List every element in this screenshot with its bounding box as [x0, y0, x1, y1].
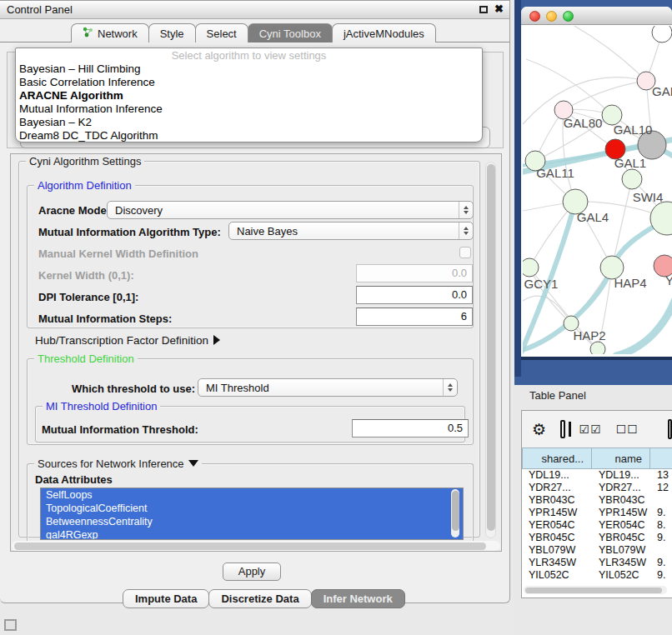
column-header-3[interactable]: A [650, 448, 672, 469]
kernel-width-field[interactable]: 0.0 [356, 264, 473, 282]
attributes-scrollbar-thumb[interactable] [452, 491, 459, 531]
table-row[interactable]: YIL052CYIL052C9. [522, 569, 672, 582]
attribute-item[interactable]: TopologicalCoefficient [41, 502, 463, 515]
aracne-mode-value: Discovery [108, 204, 459, 217]
network-icon [83, 27, 93, 40]
gear-icon[interactable]: ⚙ [532, 420, 546, 439]
bottom-tab-discretize-data[interactable]: Discretize Data [208, 589, 311, 608]
network-node-label: HAP2 [573, 328, 605, 342]
column-header-2[interactable]: name [592, 448, 650, 469]
attribute-item[interactable]: BetweennessCentrality [41, 515, 463, 528]
network-node[interactable] [652, 26, 672, 42]
sources-group-label[interactable]: Sources for Network Inference [34, 458, 202, 470]
combo-stepper-icon [443, 379, 457, 396]
kernel-width-label: Kernel Width (0,1): [38, 269, 134, 282]
network-node-label: GAL [652, 84, 672, 98]
network-node[interactable] [523, 258, 539, 277]
network-node[interactable] [622, 169, 642, 189]
table-row[interactable]: YLR345WYLR345W9. [522, 557, 672, 569]
network-node-label: GAL80 [564, 116, 603, 130]
network-node-label: GAL11 [536, 166, 574, 180]
network-node-label: Y [665, 273, 672, 288]
table-row[interactable]: YDR27...YDR27...12 [522, 482, 672, 494]
table-cell: YER054C [592, 519, 650, 532]
dpi-tolerance-field[interactable]: 0.0 [356, 286, 473, 304]
threshold-definition-label: Threshold Definition [34, 352, 138, 365]
dock-button[interactable] [4, 619, 17, 631]
mi-threshold-group-label: MI Threshold Definition [43, 400, 160, 412]
tab-cyni-toolbox[interactable]: Cyni Toolbox [248, 23, 333, 42]
window-title: Control Panel [7, 3, 73, 16]
algorithm-option[interactable]: Bayesian – K2 [16, 116, 482, 129]
table-cell: YDR27... [522, 482, 592, 494]
network-node-label: HAP4 [614, 276, 646, 290]
table-toolbar: ⚙☑☑☐☐ [522, 411, 672, 448]
network-canvas[interactable]: GALGAL80GAL10GAL1GAL11SWI4GAL4GCY1HAP4YH… [523, 26, 672, 354]
column-header-1[interactable]: shared... [522, 448, 592, 469]
checked-boxes-icon[interactable]: ☑☑ [579, 422, 602, 436]
mac-minimize-icon[interactable] [546, 11, 557, 22]
columns-icon[interactable] [560, 420, 565, 438]
table-cell: YIL052C [522, 569, 592, 582]
table-cell: YBL079W [592, 544, 650, 557]
dpi-tolerance-label: DPI Tolerance [0,1]: [38, 291, 138, 303]
algorithm-option[interactable]: Mutual Information Inference [16, 102, 482, 116]
bottom-tab-infer-network[interactable]: Infer Network [311, 589, 405, 608]
mi-threshold-field[interactable]: 0.5 [352, 419, 469, 438]
table-row[interactable]: YBR045CYBR045C9. [522, 532, 672, 544]
table-row[interactable]: YBL079WYBL079W [522, 544, 672, 557]
tab-style[interactable]: Style [148, 23, 196, 42]
table-row[interactable]: YBR043CYBR043C [522, 494, 672, 507]
manual-kernel-width-checkbox[interactable] [459, 247, 471, 258]
algorithm-list: Bayesian – Hill ClimbingBasic Correlatio… [16, 62, 482, 142]
table-cell: 13 [650, 469, 672, 482]
network-node[interactable] [650, 202, 672, 235]
network-edge-thick [616, 299, 672, 354]
mac-zoom-icon[interactable] [563, 11, 574, 22]
network-node[interactable] [590, 342, 605, 354]
attribute-item[interactable]: SelfLoops [41, 488, 463, 502]
network-edge [574, 26, 646, 81]
tab-select[interactable]: Select [195, 23, 248, 42]
close-icon[interactable]: ✖ [494, 2, 504, 15]
table-cell: YDL19... [592, 469, 650, 482]
algorithm-option[interactable]: ARACNE Algorithm [16, 89, 482, 102]
hub-definition-toggle[interactable]: Hub/Transcription Factor Definition [35, 334, 220, 347]
restore-icon[interactable] [479, 6, 488, 13]
unchecked-boxes-icon[interactable]: ☐☐ [616, 422, 639, 436]
table-horizontal-scrollbar-thumb[interactable] [525, 588, 662, 593]
hub-definition-label: Hub/Transcription Factor Definition [35, 334, 208, 347]
table-cell: 9. [650, 557, 672, 569]
algorithm-option[interactable]: Bayesian – Hill Climbing [16, 62, 482, 76]
table-panel-title: Table Panel [529, 389, 586, 402]
tab-network[interactable]: Network [71, 23, 149, 42]
bottom-tab-impute-data[interactable]: Impute Data [123, 589, 209, 608]
apply-button[interactable]: Apply [223, 562, 281, 581]
tab-label: Cyni Toolbox [259, 28, 321, 40]
mac-close-icon[interactable] [529, 11, 540, 22]
tab-jactivemnodules[interactable]: jActiveMNodules [332, 23, 436, 42]
page-icon[interactable] [668, 419, 672, 439]
mi-steps-label: Mutual Information Steps: [38, 312, 172, 325]
settings-vertical-scrollbar-thumb[interactable] [487, 164, 495, 531]
mi-algorithm-type-combo[interactable]: Naive Bayes [228, 222, 474, 240]
network-node-label: GCY1 [524, 277, 559, 291]
table-cell: 9. [650, 507, 672, 519]
data-attributes-list: SelfLoopsTopologicalCoefficientBetweenne… [40, 488, 464, 540]
table-cell: YER054C [522, 519, 592, 532]
tab-label: Style [160, 28, 184, 40]
algorithm-option[interactable]: Dream8 DC_TDC Algorithm [16, 129, 482, 142]
table-cell: YBR043C [592, 494, 650, 507]
mi-steps-field[interactable]: 6 [356, 308, 473, 326]
which-threshold-combo[interactable]: MI Threshold [198, 378, 458, 397]
attribute-item[interactable]: gal4RGexp [41, 528, 463, 540]
table-row[interactable]: YDL19...YDL19...13 [522, 469, 672, 482]
table-cell: YDR27... [592, 482, 650, 494]
settings-horizontal-scrollbar-thumb[interactable] [14, 542, 486, 550]
aracne-mode-combo[interactable]: Discovery [107, 201, 474, 219]
table-row[interactable]: YPR145WYPR145W9. [522, 507, 672, 519]
table-row[interactable]: YER054CYER054C8. [522, 519, 672, 532]
table-cell: 8. [650, 519, 672, 532]
table-cell: 12 [650, 482, 672, 494]
algorithm-option[interactable]: Basic Correlation Inference [16, 76, 482, 89]
